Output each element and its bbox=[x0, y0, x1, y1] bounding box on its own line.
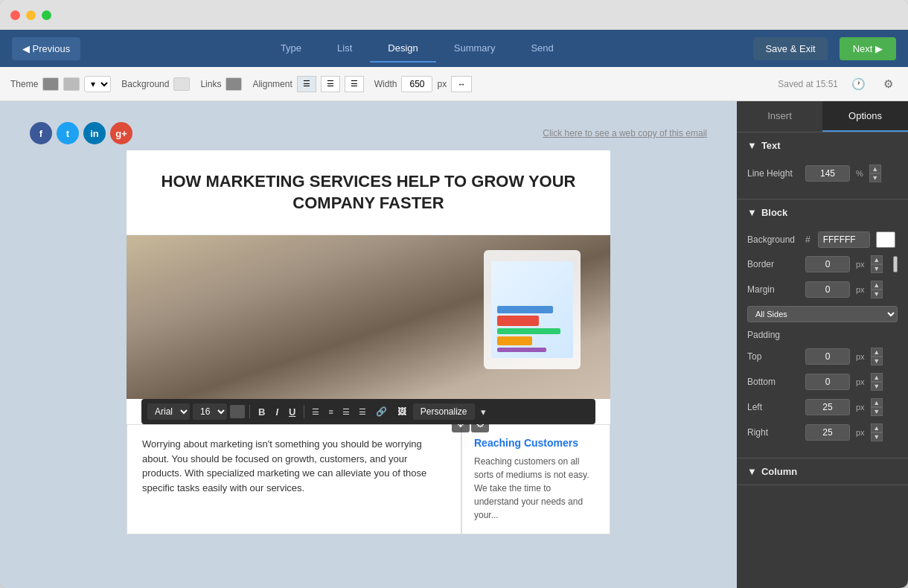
tab-options[interactable]: Options bbox=[822, 101, 908, 132]
text-section-label: Text bbox=[761, 140, 781, 151]
twitter-icon[interactable]: t bbox=[57, 122, 79, 144]
theme-color-dark[interactable] bbox=[42, 77, 59, 91]
block-margin-sides-row: All Sides bbox=[747, 306, 898, 322]
text-section-header[interactable]: ▼ Text bbox=[737, 132, 908, 159]
text-section-arrow: ▼ bbox=[747, 140, 757, 151]
font-size-select[interactable]: 16 bbox=[193, 403, 227, 420]
padding-left-up[interactable]: ▲ bbox=[871, 398, 883, 407]
block-margin-sides-select[interactable]: All Sides bbox=[747, 306, 898, 322]
align-center-button[interactable]: ☰ bbox=[321, 76, 340, 92]
padding-left-down[interactable]: ▼ bbox=[871, 407, 883, 416]
expand-width-button[interactable]: ↔ bbox=[451, 76, 472, 92]
italic-button[interactable]: I bbox=[272, 405, 282, 419]
text-color-picker[interactable] bbox=[230, 405, 245, 418]
minimize-button[interactable] bbox=[26, 10, 36, 20]
block-section-body: Background # FFFFFF Border 0 px ▲ ▼ bbox=[737, 226, 908, 458]
padding-bottom-label: Bottom bbox=[747, 377, 799, 387]
previous-button[interactable]: ◀ Previous bbox=[12, 37, 80, 60]
text-section: ▼ Text Line Height 145 % ▲ ▼ bbox=[737, 132, 908, 199]
padding-right-input[interactable]: 25 bbox=[805, 424, 850, 441]
links-color-swatch[interactable] bbox=[226, 77, 242, 91]
block-bg-swatch[interactable] bbox=[876, 231, 895, 248]
block-border-down[interactable]: ▼ bbox=[871, 264, 883, 273]
history-button[interactable]: 🕐 bbox=[848, 74, 868, 94]
block-bg-row: Background # FFFFFF bbox=[747, 231, 898, 248]
block-bg-input[interactable]: FFFFFF bbox=[818, 231, 870, 248]
linkedin-icon[interactable]: in bbox=[83, 122, 106, 144]
padding-top-up[interactable]: ▲ bbox=[871, 348, 883, 357]
theme-color-light[interactable] bbox=[63, 77, 80, 91]
tab-design[interactable]: Design bbox=[370, 35, 435, 63]
theme-select[interactable]: ▾ bbox=[84, 76, 111, 92]
settings-button[interactable]: ⚙ bbox=[878, 74, 898, 94]
block-border-up[interactable]: ▲ bbox=[871, 255, 883, 264]
padding-bottom-down[interactable]: ▼ bbox=[871, 382, 883, 391]
block-margin-down[interactable]: ▼ bbox=[871, 290, 883, 298]
right-block-header: Reaching Customers bbox=[474, 437, 598, 449]
web-copy-link[interactable]: Click here to see a web copy of this ema… bbox=[543, 128, 707, 138]
block-margin-input[interactable]: 0 bbox=[805, 281, 850, 298]
googleplus-icon[interactable]: g+ bbox=[110, 122, 132, 144]
column-section-arrow: ▼ bbox=[747, 466, 757, 477]
image-button[interactable]: 🖼 bbox=[394, 405, 410, 418]
save-exit-button[interactable]: Save & Exit bbox=[753, 37, 827, 60]
tab-type[interactable]: Type bbox=[263, 35, 319, 63]
line-height-up[interactable]: ▲ bbox=[869, 164, 881, 173]
align-right-ft-button[interactable]: ☰ bbox=[339, 405, 353, 419]
content-right-block[interactable]: ✥ ⚙ Reaching Customers Reaching customer… bbox=[461, 424, 610, 534]
email-wrapper: HOW MARKETING SERVICES HELP TO GROW YOUR… bbox=[127, 150, 610, 534]
block-border-color-swatch[interactable] bbox=[893, 256, 898, 272]
block-border-input[interactable]: 0 bbox=[805, 256, 850, 272]
align-left-button[interactable]: ☰ bbox=[297, 76, 316, 92]
tab-list[interactable]: List bbox=[319, 35, 370, 63]
content-left-text: Worrying about marketing isn't something… bbox=[142, 437, 446, 495]
padding-bottom-input[interactable]: 0 bbox=[805, 374, 850, 390]
padding-top-unit: px bbox=[856, 352, 865, 361]
padding-right-up[interactable]: ▲ bbox=[871, 424, 883, 432]
line-height-input[interactable]: 145 bbox=[805, 165, 850, 182]
width-input[interactable]: 650 bbox=[401, 76, 432, 92]
personalize-button[interactable]: Personalize bbox=[413, 403, 475, 420]
block-section-header[interactable]: ▼ Block bbox=[737, 199, 908, 226]
nav-tabs: Type List Design Summary Send bbox=[263, 35, 572, 63]
facebook-icon[interactable]: f bbox=[30, 122, 52, 144]
content-left-block[interactable]: Worrying about marketing isn't something… bbox=[127, 424, 461, 534]
email-title: HOW MARKETING SERVICES HELP TO GROW YOUR… bbox=[149, 171, 588, 214]
padding-bottom-unit: px bbox=[856, 377, 865, 386]
tab-summary[interactable]: Summary bbox=[436, 35, 514, 63]
padding-top-input[interactable]: 0 bbox=[805, 348, 850, 365]
maximize-button[interactable] bbox=[42, 10, 51, 20]
padding-bottom-row: Bottom 0 px ▲ ▼ bbox=[747, 373, 898, 391]
block-margin-up[interactable]: ▲ bbox=[871, 281, 883, 290]
column-section-label: Column bbox=[761, 466, 797, 477]
padding-bottom-up[interactable]: ▲ bbox=[871, 373, 883, 382]
font-family-select[interactable]: Arial bbox=[147, 403, 190, 420]
line-height-spinner: ▲ ▼ bbox=[869, 164, 881, 182]
width-unit: px bbox=[437, 79, 447, 89]
padding-left-row: Left 25 px ▲ ▼ bbox=[747, 398, 898, 416]
padding-top-down[interactable]: ▼ bbox=[871, 357, 883, 365]
tab-insert[interactable]: Insert bbox=[737, 101, 822, 132]
bold-button[interactable]: B bbox=[255, 405, 269, 419]
align-right-button[interactable]: ☰ bbox=[345, 76, 364, 92]
right-block-text: Reaching customers on all sorts of mediu… bbox=[474, 455, 598, 522]
close-button[interactable] bbox=[10, 10, 20, 20]
background-color-swatch[interactable] bbox=[173, 77, 190, 91]
align-center-ft-button[interactable]: ≡ bbox=[325, 405, 336, 418]
padding-left-input[interactable]: 25 bbox=[805, 399, 850, 415]
padding-right-unit: px bbox=[856, 428, 865, 437]
underline-button[interactable]: U bbox=[285, 405, 299, 419]
personalize-caret[interactable]: ▾ bbox=[478, 405, 489, 419]
line-height-down[interactable]: ▼ bbox=[869, 173, 881, 182]
column-section-header[interactable]: ▼ Column bbox=[737, 458, 908, 485]
next-button[interactable]: Next ▶ bbox=[840, 37, 896, 60]
padding-left-label: Left bbox=[747, 402, 799, 412]
padding-right-label: Right bbox=[747, 427, 799, 438]
social-icons: f t in g+ bbox=[30, 122, 132, 144]
link-button[interactable]: 🔗 bbox=[372, 405, 391, 418]
tab-send[interactable]: Send bbox=[513, 35, 571, 63]
padding-right-down[interactable]: ▼ bbox=[871, 432, 883, 441]
padding-header-row: Padding bbox=[747, 330, 898, 340]
align-left-ft-button[interactable]: ☰ bbox=[309, 405, 322, 419]
align-justify-ft-button[interactable]: ☰ bbox=[356, 405, 369, 419]
